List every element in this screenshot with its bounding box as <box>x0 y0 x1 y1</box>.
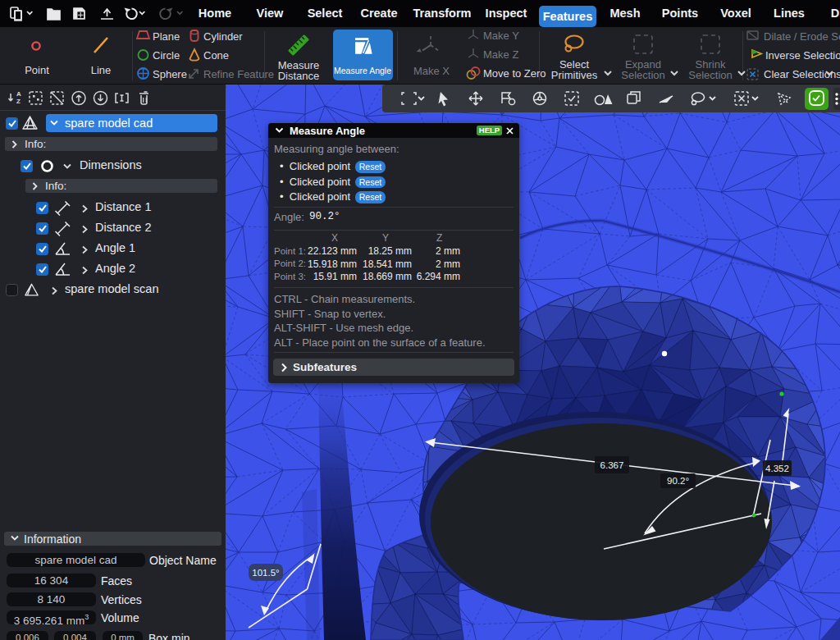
svg-text:6.367: 6.367 <box>600 460 624 470</box>
svg-text:4.352: 4.352 <box>765 464 789 473</box>
svg-text:Z: Z <box>16 98 21 105</box>
svg-text:90.2°: 90.2° <box>667 476 689 486</box>
svg-text:A: A <box>16 90 21 98</box>
svg-text:101.5°: 101.5° <box>252 568 279 578</box>
